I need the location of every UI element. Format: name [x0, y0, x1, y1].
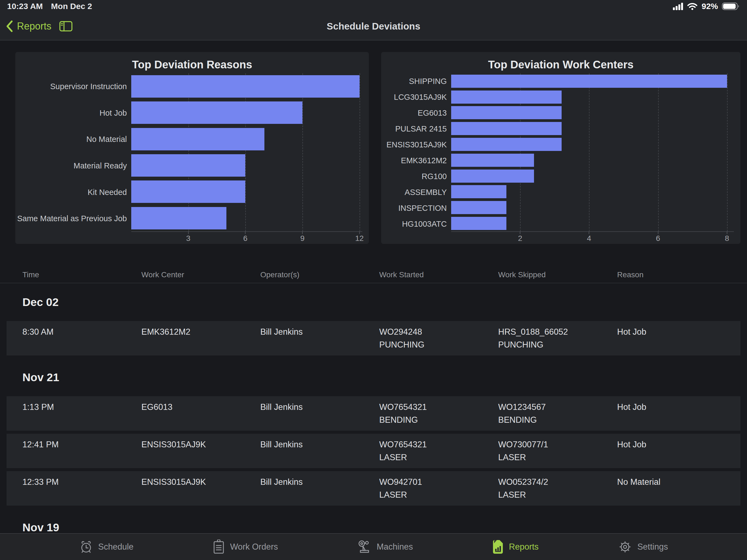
sidebar-toggle-icon[interactable]	[59, 21, 73, 32]
table-row[interactable]: 12:41 PMENSIS3015AJ9KBill JenkinsWO76543…	[6, 434, 741, 468]
chart-tick-label: 12	[355, 234, 364, 243]
cell-reason: Hot Job	[617, 401, 741, 413]
table-row[interactable]: 8:30 AMEMK3612M2Bill JenkinsWO294248PUNC…	[6, 321, 741, 355]
tab-machines[interactable]: Machines	[357, 539, 413, 554]
table-section-date: Nov 21	[0, 358, 747, 396]
chart-tick-label: 3	[186, 234, 190, 243]
chart-bar-row	[131, 126, 362, 152]
tab-schedule[interactable]: Schedule	[79, 540, 133, 554]
tab-work-orders[interactable]: Work Orders	[212, 539, 278, 554]
status-right: 92%	[673, 2, 740, 11]
column-header: Work Center	[141, 271, 260, 279]
chart-tick-label: 9	[300, 234, 305, 243]
cell-operators: Bill Jenkins	[260, 476, 379, 488]
chart-bar	[451, 106, 562, 119]
back-chevron-icon[interactable]	[6, 20, 13, 32]
cell-work-started: WO7654321BENDING	[379, 401, 498, 426]
tab-label: Settings	[637, 542, 668, 552]
chart-bar	[451, 75, 727, 88]
cell-reason: Hot Job	[617, 325, 741, 338]
chart-category-label: SHIPPING	[388, 73, 451, 89]
column-header: Work Skipped	[498, 271, 617, 279]
chart-bar-row	[131, 73, 362, 100]
battery-percent: 92%	[702, 2, 718, 11]
back-button[interactable]: Reports	[17, 21, 51, 32]
chart-bar-row	[451, 215, 734, 231]
table-row[interactable]: 12:33 PMENSIS3015AJ9KBill JenkinsWO94270…	[6, 471, 741, 506]
cellular-signal-icon	[673, 2, 683, 10]
chart-category-label: INSPECTION	[388, 200, 451, 216]
chart-bar	[451, 91, 562, 104]
chart-bar-row	[451, 152, 734, 168]
chart-tick-mark	[727, 231, 727, 234]
tab-label: Reports	[509, 542, 539, 552]
cell-time: 12:41 PM	[22, 438, 141, 451]
chart-bar	[451, 217, 506, 230]
chart-top-deviation-reasons: Top Deviation Reasons Supervisor Instruc…	[15, 52, 369, 244]
page-title: Schedule Deviations	[0, 12, 747, 40]
chart-bar-row	[451, 200, 734, 215]
chart-top-deviation-work-centers: Top Deviation Work Centers SHIPPINGLCG30…	[381, 52, 741, 244]
column-header: Operator(s)	[260, 271, 379, 279]
chart-plot-area	[131, 73, 362, 232]
chart-bar-row	[131, 152, 362, 179]
chart-tick-label: 6	[656, 234, 660, 243]
chart-tick-mark	[359, 231, 360, 234]
table-row[interactable]: 1:13 PMEG6013Bill JenkinsWO7654321BENDIN…	[6, 396, 741, 431]
chart-category-label: Material Ready	[22, 153, 131, 179]
chart-bar-row	[451, 89, 734, 105]
tab-label: Work Orders	[230, 542, 278, 552]
cell-time: 1:13 PM	[22, 401, 141, 413]
tab-label: Machines	[377, 542, 413, 552]
status-left: 10:23 AM Mon Dec 2	[7, 2, 92, 11]
chart-tick-mark	[188, 231, 189, 234]
chart-title: Top Deviation Work Centers	[388, 58, 734, 71]
chart-bar	[131, 75, 360, 98]
screen: 10:23 AM Mon Dec 2 92%	[0, 0, 747, 560]
chart-bar	[451, 185, 506, 198]
chart-category-label: ASSEMBLY	[388, 184, 451, 200]
chart-bar	[131, 101, 302, 124]
chart-tick-label: 2	[518, 234, 522, 243]
chart-bar-row	[451, 121, 734, 136]
tab-bar: Schedule Work Orders Machines	[0, 533, 747, 560]
chart-category-label: RG100	[388, 169, 451, 184]
chart-tick-mark	[302, 231, 303, 234]
cell-reason: No Material	[617, 476, 741, 488]
chart-title: Top Deviation Reasons	[22, 58, 362, 71]
chart-category-labels: Supervisor InstructionHot JobNo Material…	[22, 73, 131, 232]
chart-tick-mark	[658, 231, 659, 234]
robot-arm-icon	[357, 539, 372, 554]
cell-work-started: WO942701LASER	[379, 476, 498, 501]
chart-category-labels: SHIPPINGLCG3015AJ9KEG6013PULSAR 2415ENSI…	[388, 73, 451, 232]
top-chrome: 10:23 AM Mon Dec 2 92%	[0, 0, 747, 41]
chart-category-label: Kit Needed	[22, 179, 131, 206]
chart-x-axis: 2468	[451, 232, 734, 244]
chart-category-label: HG1003ATC	[388, 216, 451, 232]
chart-bar	[131, 128, 264, 150]
chart-category-label: PULSAR 2415	[388, 121, 451, 137]
cell-work-skipped: WO730077/1LASER	[498, 438, 617, 464]
chart-tick-label: 8	[725, 234, 729, 243]
table-header-row: TimeWork CenterOperator(s)Work StartedWo…	[0, 267, 747, 283]
cell-reason: Hot Job	[617, 438, 741, 451]
cell-time: 12:33 PM	[22, 476, 141, 488]
cell-work-skipped: HRS_0188_66052PUNCHING	[498, 325, 617, 351]
chart-category-label: Same Material as Previous Job	[22, 205, 131, 232]
status-date: Mon Dec 2	[51, 2, 92, 11]
tab-reports[interactable]: Reports	[492, 539, 539, 554]
cell-work-center: EG6013	[141, 401, 260, 413]
chart-bar	[131, 180, 245, 203]
chart-category-label: EMK3612M2	[388, 153, 451, 169]
chart-tick-label: 6	[243, 234, 248, 243]
cell-work-skipped: WO052374/2LASER	[498, 476, 617, 501]
chart-bar-row	[131, 205, 362, 231]
cell-work-skipped: WO1234567BENDING	[498, 401, 617, 426]
cell-operators: Bill Jenkins	[260, 325, 379, 338]
column-header: Reason	[617, 271, 747, 279]
tab-settings[interactable]: Settings	[618, 539, 668, 554]
chart-bar	[451, 170, 534, 183]
report-document-icon	[492, 539, 504, 554]
table-section-date: Dec 02	[0, 283, 747, 321]
cell-work-center: ENSIS3015AJ9K	[141, 476, 260, 488]
